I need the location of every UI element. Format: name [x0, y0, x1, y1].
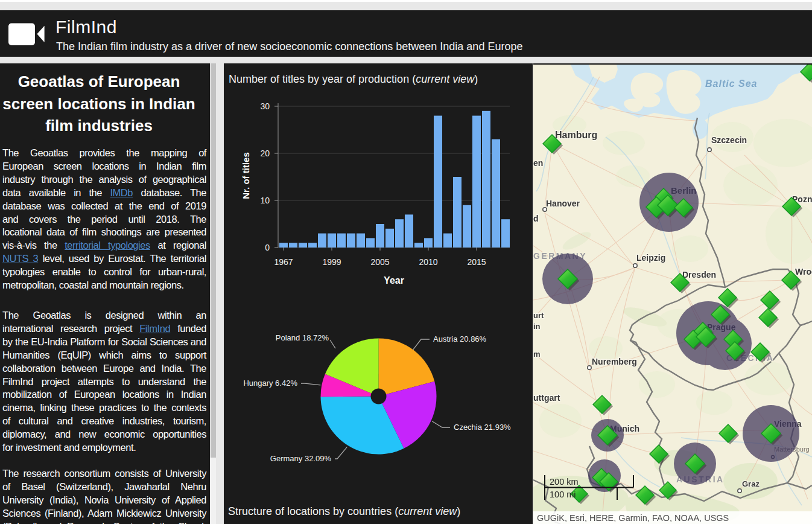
- svg-text:uttgart: uttgart: [533, 393, 560, 403]
- svg-text:urt: urt: [533, 311, 544, 320]
- svg-text:Hungary 6.42%: Hungary 6.42%: [243, 379, 297, 388]
- svg-text:Baltic Sea: Baltic Sea: [705, 78, 757, 89]
- svg-text:200 km: 200 km: [550, 477, 579, 487]
- svg-text:GUGiK, Esri, HERE, Garmin, FAO: GUGiK, Esri, HERE, Garmin, FAO, NOAA, US…: [537, 513, 729, 523]
- svg-text:0: 0: [265, 243, 270, 252]
- svg-text:en: en: [533, 158, 543, 168]
- svg-text:Szczecin: Szczecin: [711, 135, 747, 145]
- svg-text:Germany 32.09%: Germany 32.09%: [270, 454, 332, 463]
- svg-text:Czechia 21.93%: Czechia 21.93%: [454, 423, 511, 432]
- svg-text:Nr. of titles: Nr. of titles: [241, 152, 251, 199]
- svg-text:Wrocł: Wrocł: [795, 267, 812, 276]
- svg-text:2015: 2015: [467, 257, 486, 267]
- svg-text:2005: 2005: [370, 257, 389, 267]
- svg-text:30: 30: [260, 101, 270, 111]
- svg-text:Year: Year: [384, 275, 404, 286]
- svg-text:2010: 2010: [419, 257, 437, 267]
- svg-text:10: 10: [260, 196, 270, 205]
- svg-text:1967: 1967: [274, 257, 293, 267]
- svg-text:Leipzig: Leipzig: [636, 253, 665, 263]
- svg-text:Austria 20.86%: Austria 20.86%: [433, 334, 487, 343]
- svg-text:Poland 18.72%: Poland 18.72%: [276, 333, 329, 342]
- svg-text:1999: 1999: [322, 257, 341, 267]
- svg-text:Number of titles by year of pr: Number of titles by year of production (…: [229, 73, 478, 85]
- svg-text:20: 20: [260, 149, 270, 158]
- svg-text:100 mi: 100 mi: [550, 490, 576, 499]
- svg-text:Hanover: Hanover: [546, 199, 580, 208]
- svg-text:Dresden: Dresden: [682, 270, 716, 280]
- svg-text:Nuremberg: Nuremberg: [592, 357, 637, 366]
- svg-text:Graz: Graz: [742, 479, 760, 488]
- svg-text:m: m: [533, 350, 541, 359]
- svg-text:Hamburg: Hamburg: [555, 130, 597, 140]
- svg-text:Structure of locations by coun: Structure of locations by countries (cur…: [228, 505, 460, 517]
- svg-text:in: in: [533, 322, 541, 331]
- svg-text:d: d: [533, 214, 539, 223]
